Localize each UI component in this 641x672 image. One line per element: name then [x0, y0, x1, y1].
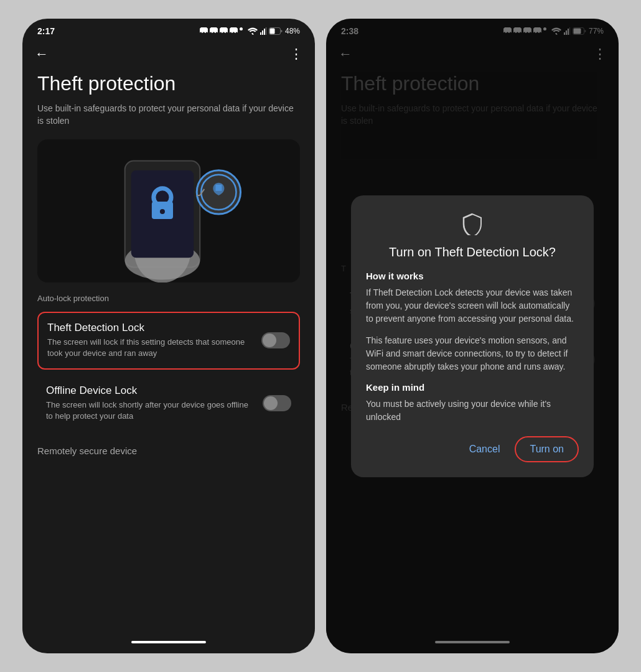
dialog-how-it-works-text1: If Theft Detection Lock detects your dev… [366, 286, 579, 325]
ghost-icon-3 [220, 27, 228, 35]
more-button-1[interactable]: ⋮ [289, 46, 302, 62]
setting-desc-theft-1: The screen will lock if this setting det… [47, 337, 251, 359]
dialog-icon-container [366, 213, 579, 238]
back-button-1[interactable]: ← [35, 46, 49, 62]
dialog-overlay: Turn on Theft Detection Lock? How it wor… [326, 19, 619, 653]
dialog-how-it-works-text2: This feature uses your device's motion s… [366, 334, 579, 373]
dialog-title: Turn on Theft Detection Lock? [366, 245, 579, 259]
content-1: Theft protection Use built-in safeguards… [22, 67, 315, 635]
svg-rect-2 [264, 29, 265, 35]
dialog-keep-in-mind-label: Keep in mind [366, 382, 579, 393]
ghost-icon-4 [230, 27, 238, 35]
top-nav-1: ← ⋮ [22, 41, 315, 67]
shield-icon [461, 213, 484, 235]
page-subtitle-1: Use built-in safeguards to protect your … [37, 103, 300, 127]
wifi-icon-1 [248, 27, 258, 35]
illustration-1 [37, 139, 300, 282]
dialog-keep-in-mind-text: You must be actively using your device w… [366, 398, 579, 424]
phone-1: 2:17 [22, 19, 315, 653]
theft-illustration [37, 139, 300, 282]
setting-title-offline-1: Offline Device Lock [46, 385, 253, 397]
setting-item-theft-1[interactable]: Theft Detection Lock The screen will loc… [37, 312, 300, 369]
svg-rect-1 [262, 30, 263, 35]
phone-2: 2:38 [326, 19, 619, 653]
setting-text-theft-1: Theft Detection Lock The screen will loc… [47, 322, 251, 359]
ghost-icon-1 [200, 27, 208, 35]
svg-rect-5 [269, 29, 274, 34]
dot-icon-1 [240, 27, 243, 30]
svg-rect-3 [266, 27, 266, 35]
battery-pct-1: 48% [285, 27, 300, 35]
toggle-offline-1[interactable] [263, 395, 291, 411]
bottom-link-1[interactable]: Remotely secure device [37, 437, 300, 465]
setting-item-offline-1[interactable]: Offline Device Lock The screen will lock… [37, 376, 300, 431]
setting-desc-offline-1: The screen will lock shortly after your … [46, 399, 253, 422]
status-bar-1: 2:17 [22, 19, 315, 41]
page-title-1: Theft protection [37, 72, 300, 95]
time-1: 2:17 [37, 26, 55, 36]
setting-title-theft-1: Theft Detection Lock [47, 322, 251, 334]
svg-point-12 [160, 209, 165, 214]
section-label-1: Auto-lock protection [37, 294, 300, 303]
snapchat-icons-1 [200, 27, 243, 35]
home-bar-1 [131, 641, 206, 643]
svg-rect-0 [260, 32, 261, 35]
signal-icon-1 [260, 27, 266, 35]
toggle-theft-1[interactable] [261, 332, 290, 348]
setting-text-offline-1: Offline Device Lock The screen will lock… [46, 385, 253, 422]
status-icons-1: 48% [200, 27, 300, 35]
cancel-button[interactable]: Cancel [462, 439, 508, 460]
turn-on-button[interactable]: Turn on [515, 436, 579, 462]
battery-icon-1 [269, 27, 283, 35]
dialog-how-it-works-label: How it works [366, 271, 579, 281]
dialog-actions: Cancel Turn on [366, 436, 579, 462]
ghost-icon-2 [210, 27, 218, 35]
phones-container: 2:17 [10, 6, 631, 666]
dialog: Turn on Theft Detection Lock? How it wor… [351, 195, 594, 477]
